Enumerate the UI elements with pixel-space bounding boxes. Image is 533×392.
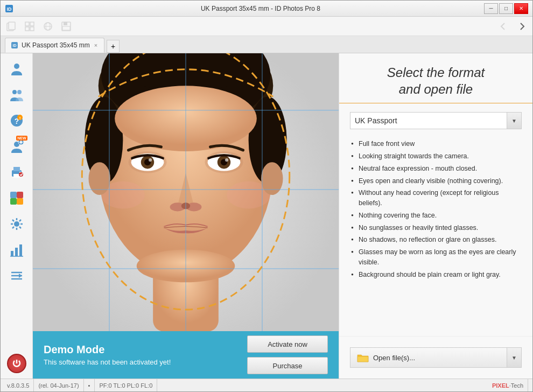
- single-user-icon: [9, 61, 24, 76]
- release-text: (rel. 04-Jun-17): [38, 382, 79, 389]
- new-tab-button[interactable]: +: [107, 40, 120, 53]
- svg-text:ID: ID: [7, 6, 12, 12]
- svg-rect-35: [17, 198, 23, 205]
- sidebar-item-group[interactable]: [4, 82, 29, 107]
- app-icon: ID: [5, 4, 13, 13]
- format-select[interactable]: UK Passport US Passport EU Passport Biom…: [350, 112, 522, 129]
- tab-label: UK Passport 35x45 mm: [22, 41, 90, 49]
- forward-icon: [516, 21, 527, 32]
- svg-rect-6: [25, 27, 29, 31]
- back-icon: [498, 21, 509, 32]
- open-file-label: Open file(s)...: [373, 354, 415, 362]
- svg-rect-32: [10, 192, 17, 198]
- right-header: Select the formatand open file: [339, 53, 532, 103]
- svg-line-44: [12, 227, 14, 228]
- svg-rect-46: [15, 248, 18, 256]
- copy-icon: [6, 21, 17, 32]
- sidebar-item-new-user[interactable]: NEW: [4, 134, 29, 159]
- release-segment: (rel. 04-Jun-17): [34, 379, 83, 391]
- photo-area: Demo Mode This software has not been act…: [33, 53, 339, 379]
- sidebar-item-color[interactable]: [4, 186, 29, 211]
- nav-buttons: [495, 18, 530, 34]
- demo-subtitle: This software has not been activated yet…: [44, 358, 236, 366]
- photo-info-segment: PF:0 TL:0 PL:0 FL:0: [95, 379, 157, 391]
- requirements-list: Full face front view Looking straight to…: [350, 138, 522, 281]
- svg-rect-47: [19, 244, 22, 256]
- demo-title: Demo Mode: [44, 344, 236, 356]
- photo-info-text: PF:0 TL:0 PL:0 FL:0: [99, 382, 152, 389]
- svg-rect-7: [30, 27, 34, 31]
- face-portrait: [33, 53, 339, 331]
- svg-rect-3: [9, 22, 15, 30]
- requirement-item: Neutral face expression - mouth closed.: [350, 163, 522, 175]
- layout-icon: [24, 21, 35, 32]
- svg-point-36: [14, 221, 19, 227]
- format-select-wrapper: UK Passport US Passport EU Passport Biom…: [350, 112, 522, 129]
- right-panel-title-text: Select the formatand open file: [387, 65, 485, 96]
- toolbar: [1, 17, 532, 36]
- help-icon: ? !: [9, 113, 24, 128]
- sidebar-item-help[interactable]: ? !: [4, 108, 29, 133]
- requirement-item: Eyes open and clearly visible (nothing c…: [350, 175, 522, 187]
- open-file-dropdown-button[interactable]: ▼: [507, 347, 522, 368]
- title-bar: ID UK Passport 35x45 mm - ID Photos Pro …: [1, 1, 532, 17]
- settings-icon: [9, 216, 24, 232]
- brand-text: PIXEL·Tech: [492, 382, 523, 389]
- back-button[interactable]: [495, 18, 512, 34]
- save-icon: [61, 21, 72, 32]
- open-file-section: Open file(s)... ▼: [339, 336, 532, 379]
- svg-line-41: [12, 220, 14, 221]
- purchase-button[interactable]: Purchase: [247, 357, 328, 374]
- separator-text: •: [88, 382, 90, 389]
- maximize-button[interactable]: □: [499, 3, 513, 14]
- save-toolbar-button[interactable]: [58, 18, 75, 34]
- requirement-item: Without any head covering (except for re…: [350, 187, 522, 209]
- sidebar-item-print[interactable]: [4, 160, 29, 185]
- requirement-item: Background should be plain cream or ligh…: [350, 269, 522, 281]
- main-area: ? ! NEW: [1, 53, 532, 379]
- svg-text:!: !: [19, 116, 20, 121]
- version-segment: v.8.0.3.5: [5, 379, 34, 391]
- svg-point-77: [88, 162, 110, 195]
- folder-icon: [357, 353, 369, 362]
- tab-uk-passport[interactable]: ID UK Passport 35x45 mm ×: [5, 38, 104, 53]
- svg-rect-28: [13, 167, 20, 171]
- svg-rect-5: [30, 22, 34, 26]
- globe-toolbar-button[interactable]: [39, 18, 57, 34]
- tab-close-button[interactable]: ×: [93, 41, 99, 49]
- right-panel: Select the formatand open file UK Passpo…: [339, 53, 532, 379]
- window-controls: ─ □ ✕: [484, 3, 528, 14]
- sidebar-item-single-user[interactable]: [4, 57, 29, 81]
- svg-rect-34: [10, 198, 17, 205]
- requirement-item: No sunglasses or heavily tinted glasses.: [350, 222, 522, 234]
- activate-now-button[interactable]: Activate now: [247, 335, 328, 353]
- chart-icon: [9, 242, 24, 257]
- sidebar-item-stats[interactable]: [4, 237, 29, 262]
- sidebar-item-settings[interactable]: [4, 212, 29, 236]
- globe-icon: [43, 21, 53, 32]
- svg-rect-12: [64, 22, 67, 25]
- copy-toolbar-button[interactable]: [3, 18, 20, 34]
- power-button[interactable]: [7, 354, 26, 373]
- window-title: UK Passport 35x45 mm - ID Photos Pro 8: [37, 5, 484, 12]
- minimize-button[interactable]: ─: [484, 3, 498, 14]
- demo-bar: Demo Mode This software has not been act…: [33, 331, 339, 379]
- layout-toolbar-button[interactable]: [21, 18, 38, 34]
- power-icon: [12, 359, 22, 368]
- sidebar-item-menu[interactable]: [4, 263, 29, 288]
- brand-segment: PIXEL·Tech: [488, 379, 528, 391]
- svg-point-70: [225, 158, 228, 162]
- svg-line-42: [19, 227, 21, 228]
- svg-point-18: [17, 90, 22, 94]
- demo-text: Demo Mode This software has not been act…: [44, 344, 236, 366]
- open-file-button[interactable]: Open file(s)...: [350, 347, 507, 368]
- forward-button[interactable]: [513, 18, 530, 34]
- svg-point-17: [12, 90, 17, 94]
- svg-point-16: [14, 64, 19, 69]
- svg-rect-13: [62, 26, 70, 30]
- new-badge: NEW: [16, 136, 27, 141]
- photo-canvas: [33, 53, 339, 331]
- dropdown-arrow-icon: ▼: [511, 355, 517, 361]
- close-button[interactable]: ✕: [514, 3, 528, 14]
- svg-rect-33: [17, 192, 23, 198]
